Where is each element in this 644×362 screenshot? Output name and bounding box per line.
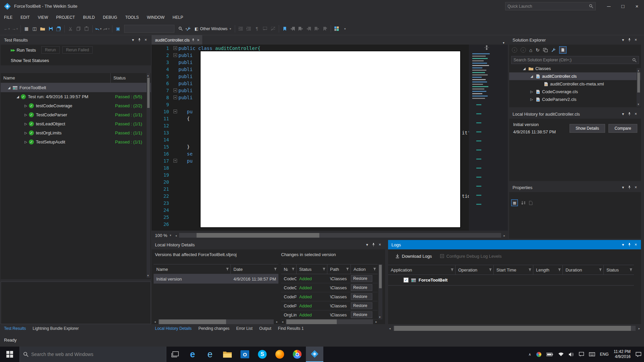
window-position-icon[interactable]: ▾ bbox=[130, 37, 136, 43]
restore-button[interactable]: Restore bbox=[351, 284, 372, 291]
tab-pending-changes[interactable]: Pending changes bbox=[195, 324, 233, 333]
menu-tools[interactable]: TOOLS bbox=[121, 12, 143, 22]
pin-icon[interactable] bbox=[136, 37, 143, 43]
taskbar-firefox[interactable] bbox=[271, 347, 288, 362]
column-header-start-time[interactable]: Start Time bbox=[494, 265, 533, 275]
tab-local-history-details[interactable]: Local History Details bbox=[152, 324, 195, 333]
taskbar-file-explorer[interactable] bbox=[219, 347, 236, 362]
next-bookmark-icon[interactable] bbox=[297, 24, 305, 33]
pin-icon[interactable] bbox=[370, 241, 377, 248]
schema-compare-icon[interactable] bbox=[333, 24, 341, 33]
version-row[interactable]: Initial version 4/9/2016 11:38:57 PM bbox=[154, 274, 278, 284]
close-icon[interactable]: × bbox=[633, 111, 639, 117]
expanded-arrow-icon[interactable]: ◢ bbox=[522, 67, 527, 70]
quick-launch[interactable] bbox=[505, 2, 596, 10]
tab-error-list[interactable]: Error List bbox=[233, 324, 256, 333]
close-icon[interactable]: × bbox=[377, 241, 383, 248]
window-position-icon[interactable]: ▾ bbox=[620, 241, 626, 248]
taskbar-skype[interactable]: S bbox=[254, 347, 271, 362]
save-all-icon[interactable] bbox=[55, 24, 63, 33]
taskbar-welkin-suite[interactable] bbox=[306, 347, 323, 362]
copy-icon[interactable] bbox=[74, 24, 83, 33]
column-header-status[interactable]: Status bbox=[111, 73, 151, 83]
tree-row-test[interactable]: ▷ ✓ TestSetupAudit Passed : (1/1) bbox=[1, 137, 151, 146]
deploy-icon[interactable]: ▣ bbox=[114, 24, 122, 33]
navigate-forward-icon[interactable]: →▾ bbox=[11, 24, 19, 33]
close-icon[interactable]: × bbox=[197, 38, 200, 43]
column-header-status[interactable]: Status bbox=[297, 264, 327, 274]
tree-item-codecoverage[interactable]: ▷ CodeCoverage.cls bbox=[509, 88, 641, 96]
close-icon[interactable]: × bbox=[143, 37, 149, 43]
compare-button[interactable]: Compare bbox=[608, 124, 637, 133]
show-details-button[interactable]: Show Details bbox=[570, 124, 605, 133]
editor-horizontal-scrollbar[interactable]: ◂ ▸ bbox=[174, 233, 506, 238]
restore-button[interactable]: Restore bbox=[351, 293, 372, 300]
tab-lightning-bundle-explorer[interactable]: Lightning Bundle Explorer bbox=[29, 324, 82, 333]
menu-project[interactable]: PROJECT bbox=[52, 12, 79, 22]
log-row[interactable]: ✓ ForceToolBelt bbox=[388, 275, 634, 286]
toolbar-combobox[interactable]: ▾ bbox=[124, 25, 174, 33]
collapsed-arrow-icon[interactable]: ▷ bbox=[23, 104, 28, 108]
pin-icon[interactable] bbox=[626, 184, 633, 191]
logs-horizontal-scrollbar[interactable]: ◂ ▸ bbox=[388, 325, 641, 331]
change-row[interactable]: OrgLin Added \Classes Restore bbox=[281, 310, 378, 319]
tree-row-test[interactable]: ◢ ✓ Test run: 4/9/2016 11:39:57 PM Passe… bbox=[1, 92, 151, 101]
close-icon[interactable]: × bbox=[633, 37, 639, 43]
collapsed-arrow-icon[interactable]: ▷ bbox=[23, 113, 28, 117]
minimize-button[interactable]: ─ bbox=[602, 0, 616, 12]
quick-launch-input[interactable] bbox=[507, 4, 589, 9]
menu-build[interactable]: BUILD bbox=[79, 12, 99, 22]
local-history-details-header[interactable]: Local History Details ▾ × bbox=[152, 240, 385, 249]
tree-row-test[interactable]: ▷ ✓ testCodeCoverage Passed : (2/2) bbox=[1, 101, 151, 110]
zoom-select[interactable]: 100 % ▾ bbox=[152, 233, 174, 238]
settings-wrench-icon[interactable] bbox=[184, 24, 193, 33]
uncomment-selection-icon[interactable] bbox=[269, 24, 277, 33]
pin-icon[interactable] bbox=[626, 37, 633, 43]
column-header-duration[interactable]: Duration bbox=[563, 265, 604, 275]
toolbar-options-chevron[interactable]: ▾ bbox=[341, 24, 349, 33]
menu-edit[interactable]: EDIT bbox=[16, 12, 34, 22]
fold-marker[interactable] bbox=[172, 87, 178, 94]
column-header-application[interactable]: Application bbox=[388, 265, 455, 275]
cut-icon[interactable] bbox=[66, 24, 74, 33]
taskbar-search[interactable] bbox=[19, 347, 166, 362]
tray-app-icon[interactable] bbox=[536, 352, 541, 357]
restore-button[interactable]: Restore bbox=[351, 302, 372, 309]
tab-test-results[interactable]: Test Results bbox=[1, 324, 29, 333]
properties-header[interactable]: Properties ▾ × bbox=[509, 183, 641, 192]
find-in-files-icon[interactable] bbox=[176, 24, 184, 33]
home-icon[interactable]: ⌂ bbox=[529, 47, 532, 53]
tree-item-codeparserv2[interactable]: ▷ CodeParserv2.cls bbox=[509, 96, 641, 103]
indent-increase-icon[interactable] bbox=[245, 24, 253, 33]
forward-icon[interactable]: › bbox=[521, 47, 526, 53]
window-position-icon[interactable]: ▾ bbox=[620, 111, 626, 117]
comment-selection-icon[interactable] bbox=[261, 24, 269, 33]
collapsed-arrow-icon[interactable]: ▷ bbox=[529, 98, 534, 101]
changes-vertical-scrollbar[interactable]: ▾ bbox=[378, 264, 382, 319]
menu-view[interactable]: VIEW bbox=[34, 12, 52, 22]
previous-bookmark-folder-icon[interactable] bbox=[305, 24, 313, 33]
next-bookmark-folder-icon[interactable] bbox=[313, 24, 321, 33]
save-icon[interactable] bbox=[47, 24, 55, 33]
back-icon[interactable]: ‹ bbox=[512, 47, 517, 53]
expanded-arrow-icon[interactable]: ◢ bbox=[7, 86, 11, 89]
editor-tab-auditcontroller[interactable]: auditController.cls × bbox=[152, 35, 202, 45]
vertical-scrollbar[interactable]: ▴ ▾ bbox=[147, 73, 150, 278]
volume-icon[interactable] bbox=[569, 352, 574, 357]
restore-button[interactable]: Restore bbox=[351, 311, 372, 318]
pin-icon[interactable] bbox=[192, 38, 195, 42]
new-window-layout-icon[interactable]: ▦ bbox=[22, 24, 31, 33]
tree-item-meta-xml[interactable]: auditController.cls-meta.xml bbox=[509, 80, 641, 88]
restore-button[interactable]: □ bbox=[616, 0, 630, 12]
tree-row-test[interactable]: ▷ ✓ TestCodeParser Passed : (1/1) bbox=[1, 110, 151, 119]
property-pages-icon[interactable] bbox=[529, 201, 533, 205]
column-header-length[interactable]: Length bbox=[533, 265, 563, 275]
changes-horizontal-scrollbar[interactable]: ◂ ▸ bbox=[281, 319, 378, 324]
download-logs-button[interactable]: Download Logs bbox=[395, 254, 432, 259]
close-icon[interactable]: × bbox=[633, 184, 639, 191]
fold-marker[interactable] bbox=[172, 157, 178, 164]
menu-window[interactable]: WINDOW bbox=[143, 12, 169, 22]
close-button[interactable]: × bbox=[630, 0, 644, 12]
window-position-icon[interactable]: ▾ bbox=[364, 241, 370, 248]
pin-icon[interactable] bbox=[626, 111, 633, 117]
